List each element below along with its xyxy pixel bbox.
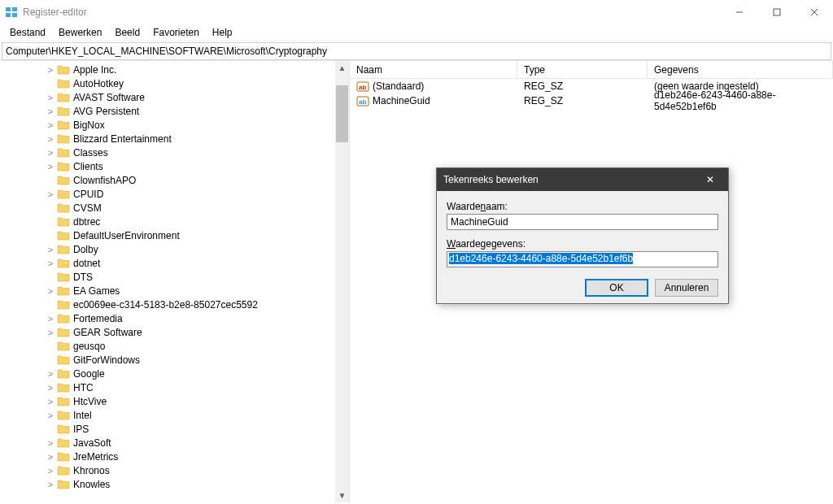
tree-item-label: CPUID — [73, 189, 103, 200]
folder-icon — [57, 354, 70, 365]
minimize-button[interactable] — [721, 0, 758, 24]
expander-icon[interactable]: > — [46, 245, 55, 254]
expander-icon[interactable]: > — [46, 65, 55, 75]
folder-icon — [57, 258, 70, 268]
expander-icon[interactable]: > — [46, 480, 55, 489]
tree-item[interactable]: >JreMetrics — [0, 450, 349, 463]
tree-item[interactable]: ClownfishAPO — [0, 173, 349, 187]
dialog-title: Tekenreeks bewerken — [443, 174, 539, 185]
folder-icon — [57, 244, 70, 254]
tree-item[interactable]: >Blizzard Entertainment — [0, 132, 349, 146]
tree-item[interactable]: >AVAST Software — [0, 90, 349, 104]
tree-item[interactable]: >AVG Persistent — [0, 104, 349, 118]
expander-icon[interactable]: > — [46, 162, 55, 172]
col-name-header[interactable]: Naam — [350, 61, 517, 78]
tree-item-label: Knowles — [73, 479, 110, 490]
address-bar[interactable]: Computer\HKEY_LOCAL_MACHINE\SOFTWARE\Mic… — [2, 42, 831, 60]
folder-icon — [57, 368, 70, 379]
tree-item[interactable]: CVSM — [0, 201, 349, 215]
tree-item[interactable]: >Khronos — [0, 463, 349, 477]
col-type-header[interactable]: Type — [517, 61, 648, 78]
tree-scrollbar[interactable]: ▲ ▼ — [335, 61, 349, 502]
tree-item[interactable]: IPS — [0, 422, 349, 436]
tree-item[interactable]: >Fortemedia — [0, 311, 349, 325]
scroll-up-button[interactable]: ▲ — [335, 61, 349, 75]
tree-item[interactable]: dbtrec — [0, 215, 349, 228]
folder-icon — [57, 106, 70, 116]
expander-icon[interactable]: > — [46, 397, 55, 406]
tree-item[interactable]: >Intel — [0, 408, 349, 422]
expander-icon[interactable]: > — [46, 314, 55, 324]
col-data-header[interactable]: Gegevens — [648, 61, 833, 78]
scroll-thumb[interactable] — [336, 85, 348, 142]
tree-item[interactable]: DTS — [0, 270, 349, 284]
tree-item[interactable]: >Knowles — [0, 477, 349, 491]
tree-item-label: Apple Inc. — [73, 64, 116, 76]
value-name-field[interactable] — [447, 214, 718, 230]
folder-icon — [57, 78, 70, 89]
expander-icon[interactable]: > — [46, 328, 55, 337]
folder-icon — [57, 272, 70, 282]
value-name-label: Waardenaam: — [447, 201, 718, 212]
value-data-field[interactable]: d1eb246e-6243-4460-a88e-5d4e52b1ef6b — [447, 251, 718, 267]
expander-icon[interactable]: > — [46, 93, 55, 102]
folder-icon — [57, 313, 70, 324]
tree-item[interactable]: >HtcVive — [0, 394, 349, 408]
tree-item[interactable]: >HTC — [0, 380, 349, 394]
tree-item-label: JavaSoft — [73, 437, 111, 449]
dialog-close-button[interactable]: ✕ — [699, 174, 722, 185]
dialog-title-bar[interactable]: Tekenreeks bewerken ✕ — [437, 168, 728, 191]
value-row[interactable]: abMachineGuidREG_SZd1eb246e-6243-4460-a8… — [350, 93, 833, 108]
tree-item[interactable]: DefaultUserEnvironment — [0, 228, 349, 242]
menu-view[interactable]: Beeld — [108, 25, 146, 40]
tree-item[interactable]: geusqo — [0, 339, 349, 353]
tree-item-label: AVG Persistent — [73, 106, 139, 117]
tree-item[interactable]: AutoHotkey — [0, 76, 349, 90]
tree-item[interactable]: >EA Games — [0, 284, 349, 298]
tree-item[interactable]: >dotnet — [0, 256, 349, 270]
expander-icon[interactable]: > — [46, 438, 55, 448]
maximize-button[interactable] — [758, 0, 796, 24]
expander-icon[interactable]: > — [46, 134, 55, 144]
expander-icon[interactable]: > — [46, 189, 55, 199]
folder-icon — [57, 119, 70, 130]
expander-icon[interactable]: > — [46, 369, 55, 379]
expander-icon[interactable]: > — [46, 259, 55, 268]
tree-item[interactable]: GitForWindows — [0, 353, 349, 367]
expander-icon[interactable]: > — [46, 383, 55, 393]
expander-icon[interactable]: > — [46, 148, 55, 158]
menu-help[interactable]: Help — [206, 25, 239, 40]
expander-icon[interactable]: > — [46, 411, 55, 420]
tree-item-label: Khronos — [73, 465, 110, 476]
svg-text:ab: ab — [359, 84, 366, 91]
tree-item-label: dbtrec — [73, 216, 100, 228]
tree-item[interactable]: >Classes — [0, 146, 349, 159]
expander-icon[interactable]: > — [46, 466, 55, 476]
expander-icon[interactable]: > — [46, 286, 55, 296]
close-button[interactable] — [796, 0, 833, 24]
tree-item-label: DTS — [73, 272, 93, 283]
cancel-button[interactable]: Annuleren — [655, 279, 718, 297]
menu-favorites[interactable]: Favorieten — [146, 25, 206, 40]
tree-item[interactable]: >CPUID — [0, 187, 349, 201]
values-header: Naam Type Gegevens — [350, 61, 833, 79]
ok-button[interactable]: OK — [585, 279, 648, 297]
tree-item[interactable]: >JavaSoft — [0, 436, 349, 450]
tree-item[interactable]: >Google — [0, 367, 349, 380]
tree-item[interactable]: >Apple Inc. — [0, 63, 349, 76]
tree-item[interactable]: ec0069ee-c314-5183-b2e8-85027cec5592 — [0, 298, 349, 311]
tree-item[interactable]: >GEAR Software — [0, 325, 349, 339]
tree-item[interactable]: >Dolby — [0, 242, 349, 256]
expander-icon[interactable]: > — [46, 452, 55, 462]
menu-edit[interactable]: Bewerken — [52, 25, 108, 40]
tree-item-label: Clients — [73, 161, 103, 172]
folder-icon — [57, 92, 70, 102]
menu-file[interactable]: Bestand — [3, 25, 52, 40]
folder-icon — [57, 341, 70, 351]
tree-item[interactable]: >Clients — [0, 159, 349, 173]
title-bar: Register-editor — [0, 0, 833, 24]
expander-icon[interactable]: > — [46, 106, 55, 116]
scroll-down-button[interactable]: ▼ — [335, 489, 349, 502]
tree-item[interactable]: >BigNox — [0, 118, 349, 132]
expander-icon[interactable]: > — [46, 120, 55, 130]
